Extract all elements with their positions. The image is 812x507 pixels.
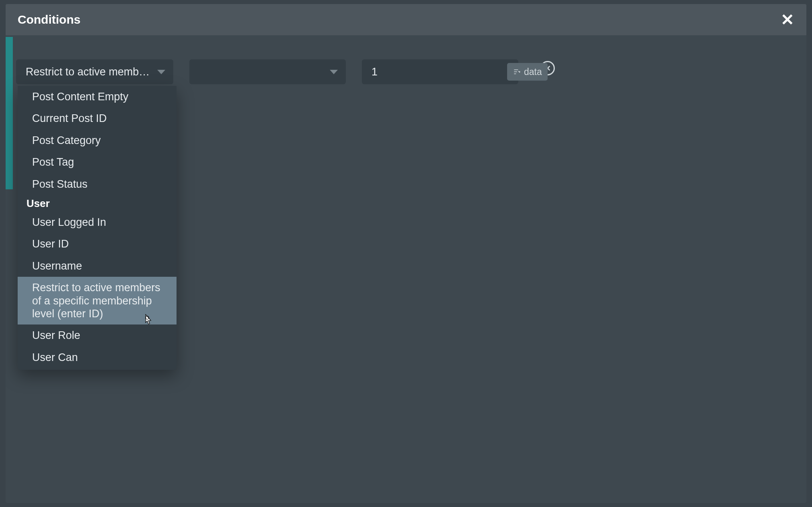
dropdown-item[interactable]: Post Content Empty: [18, 86, 177, 107]
condition-row: Restrict to active members d: [16, 59, 796, 84]
data-chip-button[interactable]: data: [507, 63, 548, 81]
dropdown-item[interactable]: User Can: [18, 347, 177, 368]
condition-operator-select[interactable]: [189, 59, 346, 84]
dropdown-item[interactable]: Post Status: [18, 173, 177, 195]
dropdown-item[interactable]: User ID: [18, 233, 177, 255]
dropdown-group-label: User: [18, 195, 177, 211]
conditions-modal: Conditions ✕ Restrict to active members: [6, 4, 806, 503]
dropdown-item[interactable]: Restrict to active members of a specific…: [18, 277, 177, 324]
dropdown-item[interactable]: Post Tag: [18, 151, 177, 173]
condition-type-label: Restrict to active members: [26, 66, 153, 78]
dropdown-item[interactable]: Post Category: [18, 130, 177, 151]
condition-value-input[interactable]: [371, 59, 507, 84]
data-chip-label: data: [524, 67, 542, 77]
condition-type-dropdown: Post Content EmptyCurrent Post IDPost Ca…: [18, 86, 177, 370]
chevron-down-icon: [157, 70, 165, 74]
modal-title: Conditions: [18, 13, 81, 26]
close-icon[interactable]: ✕: [781, 12, 794, 28]
condition-type-select[interactable]: Restrict to active members: [16, 59, 173, 84]
dropdown-item[interactable]: User Role: [18, 324, 177, 346]
modal-header: Conditions ✕: [6, 4, 806, 35]
dropdown-item[interactable]: Username: [18, 255, 177, 277]
chevron-down-icon: [330, 70, 338, 74]
dropdown-item[interactable]: Current Post ID: [18, 107, 177, 129]
condition-value-wrap: data: [362, 59, 518, 84]
filter-icon: [513, 68, 521, 76]
dropdown-item[interactable]: User Logged In: [18, 211, 177, 233]
